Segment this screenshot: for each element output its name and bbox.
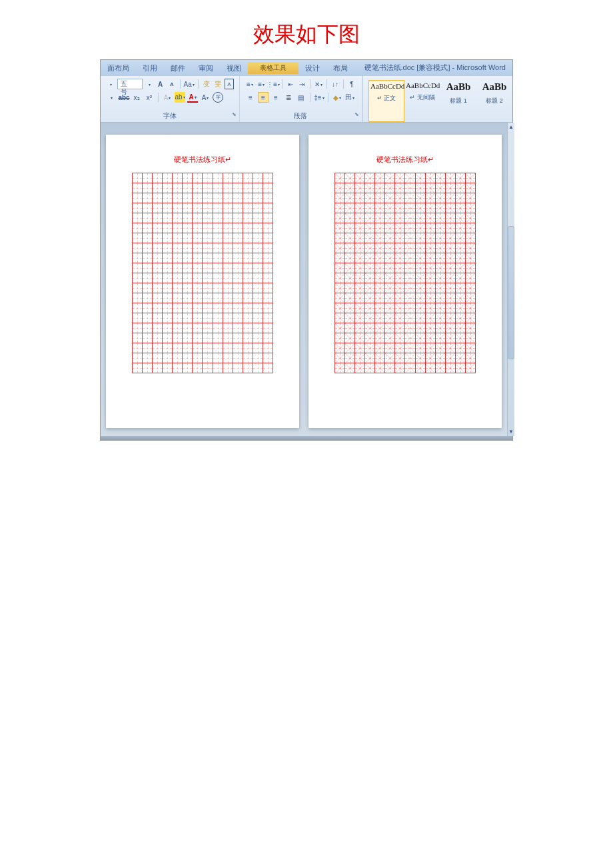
scroll-down-icon[interactable]: ▼ bbox=[508, 429, 514, 435]
highlight-icon[interactable]: ab bbox=[175, 92, 185, 103]
document-title: 硬笔书法纸.doc [兼容模式] - Microsoft Word bbox=[364, 63, 506, 73]
char-border-icon[interactable]: A bbox=[225, 79, 234, 89]
word-window: 面布局 引用 邮件 审阅 视图 表格工具 设计 布局 硬笔书法纸.doc [兼容… bbox=[100, 59, 513, 441]
char-shading-icon[interactable]: A bbox=[200, 92, 211, 103]
subscript-icon[interactable]: x₂ bbox=[131, 92, 142, 103]
tab-view[interactable]: 视图 bbox=[220, 61, 248, 76]
font-group-label: 字体 ⬊ bbox=[106, 111, 234, 121]
ribbon-tabs: 面布局 引用 邮件 审阅 视图 表格工具 设计 布局 硬笔书法纸.doc [兼容… bbox=[101, 60, 512, 76]
align-center-icon[interactable]: ≡ bbox=[258, 92, 269, 103]
style-name: ↵ 无间隔 bbox=[406, 93, 439, 102]
style-name: ↵ 正文 bbox=[370, 94, 402, 103]
para-dialog-launcher-icon[interactable]: ⬊ bbox=[354, 111, 359, 117]
para-group-label: 段落 ⬊ bbox=[245, 111, 356, 121]
phonetic-icon[interactable]: 变 bbox=[202, 79, 211, 89]
context-label: 表格工具 bbox=[248, 62, 299, 74]
separator bbox=[310, 79, 310, 89]
separator bbox=[310, 93, 310, 102]
scroll-up-icon[interactable]: ▲ bbox=[508, 124, 514, 130]
align-justify-icon[interactable]: ≣ bbox=[283, 92, 294, 103]
style-nospacing[interactable]: AaBbCcDd ↵ 无间隔 bbox=[404, 80, 440, 122]
separator bbox=[198, 79, 199, 89]
practice-title-right: 硬笔书法练习纸↵ bbox=[320, 155, 490, 165]
style-preview: AaBb bbox=[442, 81, 475, 93]
sort-icon[interactable]: ↓↑ bbox=[330, 79, 340, 89]
font-group: 五号 A A Aa 变 雯 A abc x₂ x² A bbox=[101, 76, 240, 122]
asian-layout-icon[interactable]: ✕ bbox=[314, 79, 323, 89]
style-heading2[interactable]: AaBb 标题 2 bbox=[476, 80, 512, 122]
separator bbox=[158, 93, 159, 102]
style-preview: AaBbCcDd bbox=[406, 81, 439, 89]
change-case-icon[interactable]: Aa bbox=[184, 79, 195, 89]
shrink-font-icon[interactable]: A bbox=[167, 79, 177, 89]
enclose-char-icon[interactable]: 字 bbox=[213, 92, 223, 103]
page-left: 硬笔书法练习纸↵ bbox=[106, 135, 299, 428]
table-tools-context: 表格工具 bbox=[248, 62, 299, 74]
separator bbox=[180, 79, 181, 89]
numbering-icon[interactable]: ≡ bbox=[257, 79, 266, 89]
outdent-icon[interactable]: ⇤ bbox=[286, 79, 295, 89]
separator bbox=[328, 93, 328, 102]
separator bbox=[326, 79, 327, 89]
font-size-select[interactable]: 五号 bbox=[117, 79, 143, 89]
practice-grid-plain bbox=[132, 173, 273, 373]
indent-icon[interactable]: ⇥ bbox=[297, 79, 306, 89]
shading-icon[interactable]: ◆ bbox=[332, 92, 342, 103]
show-hide-icon[interactable]: ¶ bbox=[347, 79, 356, 89]
style-preview: AaBbCcDd bbox=[370, 82, 402, 90]
font-size-dropdown[interactable] bbox=[145, 79, 154, 89]
style-heading1[interactable]: AaBb 标题 1 bbox=[440, 80, 476, 122]
tab-design[interactable]: 设计 bbox=[299, 61, 326, 76]
tab-pagelayout[interactable]: 面布局 bbox=[101, 61, 136, 76]
scroll-thumb[interactable] bbox=[508, 226, 514, 359]
style-normal[interactable]: AaBbCcDd ↵ 正文 bbox=[368, 80, 404, 122]
grow-font-icon[interactable]: A bbox=[156, 79, 165, 89]
page-heading: 效果如下图 bbox=[0, 0, 613, 56]
style-preview: AaBb bbox=[478, 81, 511, 93]
styles-gallery: AaBbCcDd ↵ 正文 AaBbCcDd ↵ 无间隔 AaBb 标题 1 A… bbox=[362, 76, 512, 122]
practice-grid-mizi bbox=[334, 173, 476, 373]
tab-review[interactable]: 审阅 bbox=[192, 61, 220, 76]
status-bar bbox=[101, 436, 512, 440]
line-spacing-icon[interactable]: ‡≡ bbox=[314, 92, 324, 103]
tab-layout[interactable]: 布局 bbox=[326, 61, 354, 76]
text-effect-icon[interactable]: A bbox=[162, 92, 173, 103]
font-dialog-launcher-icon[interactable]: ⬊ bbox=[232, 111, 237, 117]
align-distribute-icon[interactable]: ▤ bbox=[296, 92, 306, 103]
separator bbox=[343, 79, 344, 89]
page-right: 硬笔书法练习纸↵ bbox=[308, 135, 502, 428]
style-name: 标题 1 bbox=[442, 97, 475, 105]
font-dropdown-icon[interactable] bbox=[106, 92, 117, 103]
tab-references[interactable]: 引用 bbox=[136, 61, 164, 76]
document-area[interactable]: 硬笔书法练习纸↵ 硬笔书法练习纸↵ bbox=[101, 123, 507, 436]
align-left-icon[interactable]: ≡ bbox=[245, 92, 256, 103]
align-right-icon[interactable]: ≡ bbox=[271, 92, 281, 103]
borders-icon[interactable]: 田 bbox=[344, 92, 355, 103]
style-name: 标题 2 bbox=[478, 97, 511, 105]
paragraph-group: ≡ ≡ ⋮≡ ⇤ ⇥ ✕ ↓↑ ¶ ≡ ≡ ≡ ≣ bbox=[240, 76, 362, 122]
separator bbox=[282, 79, 283, 89]
vertical-scrollbar[interactable]: ▲ ▼ bbox=[507, 123, 514, 436]
convert-icon[interactable]: 雯 bbox=[213, 79, 223, 89]
ribbon-body: 五号 A A Aa 变 雯 A abc x₂ x² A bbox=[101, 76, 512, 123]
font-family-dropdown[interactable] bbox=[106, 79, 115, 89]
font-color-icon[interactable]: A bbox=[187, 92, 198, 103]
multilevel-icon[interactable]: ⋮≡ bbox=[268, 79, 279, 89]
practice-title-left: 硬笔书法练习纸↵ bbox=[118, 155, 287, 165]
bullets-icon[interactable]: ≡ bbox=[245, 79, 255, 89]
superscript-icon[interactable]: x² bbox=[144, 92, 155, 103]
tab-mailings[interactable]: 邮件 bbox=[164, 61, 192, 76]
